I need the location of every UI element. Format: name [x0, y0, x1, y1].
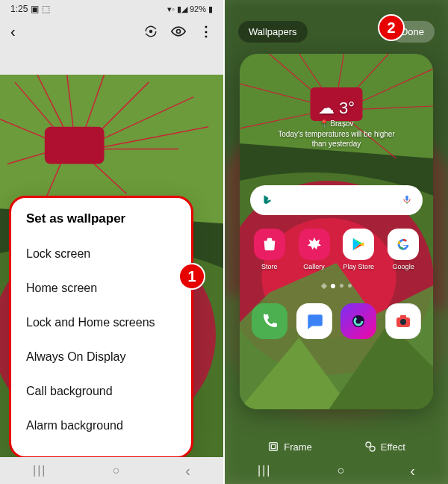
effect-icon: [364, 441, 376, 453]
effect-label: Effect: [381, 441, 405, 453]
status-time: 1:25: [10, 4, 28, 14]
menu-item-aod[interactable]: Always On Display: [26, 340, 176, 374]
svg-point-42: [366, 442, 371, 447]
search-bar[interactable]: [250, 185, 423, 215]
step-badge-2: 2: [378, 14, 405, 41]
nav-recent-icon[interactable]: |||: [258, 464, 271, 477]
dot: [348, 284, 352, 288]
app-phone[interactable]: [249, 303, 290, 339]
screenshot-left: 1:25 ▣ ⬚ ▾◦ ▮◢ 92% ▮ ‹ ⋮: [0, 0, 223, 484]
apps-dock: [240, 303, 433, 339]
step-badge-1: 1: [178, 263, 205, 290]
apps-row-1: Store Gallery Play Store Google: [240, 229, 433, 270]
signal-icon: ▮◢: [177, 4, 187, 14]
app-google[interactable]: Google: [383, 229, 423, 270]
weather-text: Today's temperatures will be higher than…: [277, 129, 396, 149]
page-dots: [322, 284, 352, 288]
weather-location: Brașov: [330, 120, 353, 128]
menu-item-alarm-bg[interactable]: Alarm background: [26, 409, 176, 443]
app-label: Play Store: [343, 263, 375, 270]
app-gallery[interactable]: Gallery: [294, 229, 335, 270]
nav-home-icon[interactable]: ○: [113, 464, 120, 477]
nav-back-icon[interactable]: ‹: [410, 462, 415, 480]
transform-icon[interactable]: [144, 25, 158, 38]
svg-point-1: [177, 30, 181, 34]
status-bar: 1:25 ▣ ⬚ ▾◦ ▮◢ 92% ▮: [0, 0, 223, 16]
more-icon[interactable]: ⋮: [199, 23, 213, 40]
nav-home-icon[interactable]: ○: [337, 464, 345, 477]
status-icon: ⬚: [42, 4, 50, 14]
svg-point-43: [370, 446, 375, 451]
weather-widget[interactable]: ☁ 3° 📍 Brașov Today's temperatures will …: [277, 99, 396, 149]
menu-item-home-screen[interactable]: Home screen: [26, 271, 176, 305]
svg-rect-15: [45, 127, 105, 164]
frame-label: Frame: [284, 441, 312, 453]
app-label: Store: [261, 263, 278, 270]
app-label: Gallery: [303, 263, 325, 270]
app-messages[interactable]: [294, 303, 335, 339]
app-browser[interactable]: [338, 303, 379, 339]
app-label: Google: [393, 263, 414, 270]
app-play-store[interactable]: Play Store: [338, 229, 379, 270]
svg-point-38: [400, 319, 406, 325]
svg-rect-40: [270, 443, 278, 451]
svg-point-0: [150, 31, 152, 33]
dot: [320, 283, 326, 289]
frame-button[interactable]: Frame: [267, 441, 312, 453]
toolbar: ‹ ⋮: [0, 16, 223, 46]
battery-icon: ▮: [208, 4, 213, 14]
set-wallpaper-menu: Set as wallpaper Lock screen Home screen…: [9, 196, 193, 459]
svg-rect-41: [272, 444, 276, 448]
svg-rect-33: [405, 195, 408, 200]
wallpapers-button[interactable]: Wallpapers: [238, 21, 308, 43]
top-controls: Wallpapers Done: [225, 21, 448, 43]
back-icon[interactable]: ‹: [10, 23, 16, 40]
weather-temp: 3°: [339, 99, 355, 117]
menu-item-call-bg[interactable]: Call background: [26, 374, 176, 409]
app-camera[interactable]: [383, 303, 423, 339]
bottom-controls: Frame Effect: [225, 441, 448, 453]
cloud-icon: ☁: [318, 99, 335, 117]
app-store[interactable]: Store: [249, 229, 290, 270]
dot-active: [331, 284, 335, 288]
bing-icon: [261, 193, 274, 207]
pin-icon: 📍: [320, 120, 329, 128]
menu-title: Set as wallpaper: [26, 211, 176, 226]
wifi-icon: ▾◦: [167, 4, 175, 14]
nav-bar: ||| ○ ‹: [0, 457, 223, 484]
nav-bar: ||| ○ ‹: [225, 457, 448, 484]
eye-icon[interactable]: [171, 24, 186, 39]
frame-icon: [267, 441, 279, 453]
effect-button[interactable]: Effect: [364, 441, 405, 453]
menu-item-lock-screen[interactable]: Lock screen: [26, 237, 176, 271]
nav-back-icon[interactable]: ‹: [185, 462, 190, 480]
battery-pct: 92%: [190, 4, 206, 13]
screenshot-right: Wallpapers Done 2: [225, 0, 448, 484]
dot: [340, 284, 343, 288]
nav-recent-icon[interactable]: |||: [33, 464, 46, 477]
menu-item-lock-and-home[interactable]: Lock and Home screens: [26, 305, 176, 340]
wallpaper-preview[interactable]: ☁ 3° 📍 Brașov Today's temperatures will …: [240, 54, 433, 409]
svg-rect-39: [400, 315, 406, 318]
mic-icon[interactable]: [402, 194, 412, 207]
status-icon: ▣: [31, 4, 39, 14]
